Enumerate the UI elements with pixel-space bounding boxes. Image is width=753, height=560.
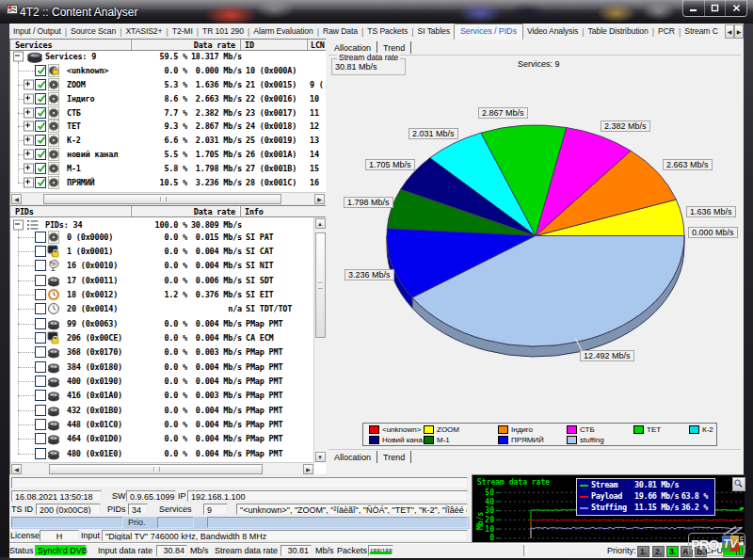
services-col-datarate[interactable]: Data rate — [194, 40, 235, 50]
scroll-down-arrow[interactable]: ▼ — [315, 452, 326, 462]
priority-button-3[interactable]: 3. — [666, 546, 679, 557]
allocation-bottom-tab-allocation[interactable]: Allocation — [328, 452, 376, 463]
services-root-row[interactable]: Services: 959.5 %18.317 Mb/s — [10, 50, 323, 64]
row-checkbox[interactable] — [35, 346, 46, 358]
main-tab-source-scan[interactable]: Source Scan — [67, 24, 120, 39]
row-checkbox[interactable] — [35, 361, 46, 373]
scroll-right-arrow[interactable]: ▶ — [303, 464, 313, 474]
row-checkbox[interactable] — [35, 448, 46, 459]
row-checkbox[interactable] — [35, 303, 46, 314]
magnifier-button[interactable] — [732, 477, 745, 491]
tree-expander[interactable] — [24, 107, 34, 118]
service-row-7[interactable]: М-15.8 %1.798 Mb/s27 (0x001B)15 — [10, 161, 323, 175]
row-checkbox[interactable] — [35, 120, 46, 132]
row-checkbox[interactable] — [35, 149, 46, 160]
main-tab-pcr[interactable]: PCR — [654, 24, 679, 39]
pid-row-8[interactable]: 368 (0x0170)0.0 %0.003 Mb/sPMap PMT — [10, 345, 314, 360]
scroll-right-arrow[interactable]: ▶ — [314, 194, 325, 204]
row-checkbox[interactable] — [35, 177, 46, 188]
minimize-button[interactable] — [683, 0, 705, 16]
pid-row-7[interactable]: 206 (0x00CE)0.0 %0.004 Mb/sCA ECM — [10, 330, 314, 344]
main-tab-t2-mi[interactable]: T2-MI — [168, 24, 197, 39]
scroll-left-arrow[interactable]: ◀ — [11, 464, 22, 474]
close-button[interactable] — [726, 0, 746, 16]
row-checkbox[interactable] — [35, 163, 46, 174]
services-hscrollbar[interactable]: ◀ ▶ — [10, 192, 326, 204]
tree-expander[interactable] — [24, 163, 34, 173]
pid-row-11[interactable]: 416 (0x01A0)0.0 %0.003 Mb/sPMap PMT — [10, 389, 314, 403]
service-row-2[interactable]: Індиго8.6 %2.663 Mb/s22 (0x0016)10 — [10, 91, 323, 105]
row-checkbox[interactable] — [35, 433, 46, 444]
tree-expander[interactable] — [24, 93, 34, 104]
allocation-pie-chart[interactable] — [326, 40, 744, 473]
pid-row-0[interactable]: 0 (0x0000)0.0 %0.015 Mb/sSI PAT — [10, 230, 314, 244]
pid-row-2[interactable]: 16 (0x0010)0.0 %0.004 Mb/sSI NIT — [10, 259, 314, 273]
main-tab-ts-packets[interactable]: TS Packets — [363, 24, 411, 39]
row-checkbox[interactable] — [35, 318, 46, 329]
tree-expander[interactable] — [24, 136, 34, 146]
main-tab-xtasis2-[interactable]: XTASIS2+ — [121, 24, 166, 39]
tree-expander[interactable] — [24, 121, 34, 132]
pids-hscrollbar[interactable]: ◀ ▶ — [10, 462, 314, 474]
pids-col-header[interactable]: PIDs — [15, 207, 34, 216]
service-row-1[interactable]: ZOOM5.3 %1.636 Mb/s21 (0x0015)9 ( — [10, 78, 323, 92]
pid-row-5[interactable]: 20 (0x0014)n/aSI TDT/TOT — [10, 302, 314, 316]
service-row-3[interactable]: СТБ7.7 %2.382 Mb/s23 (0x0017)11 — [10, 105, 323, 120]
maximize-button[interactable] — [705, 0, 727, 16]
pids-col-info[interactable]: Info — [245, 207, 264, 216]
pid-row-6[interactable]: 99 (0x0063)0.0 %0.004 Mb/sPMap PMT — [10, 316, 314, 330]
row-checkbox[interactable] — [35, 275, 46, 286]
pid-row-10[interactable]: 400 (0x0190)0.0 %0.004 Mb/sPMap PMT — [10, 374, 314, 388]
main-tab-table-distribution[interactable]: Table Distribution — [585, 24, 652, 39]
pid-row-9[interactable]: 384 (0x0180)0.0 %0.004 Mb/sPMap PMT — [10, 360, 314, 374]
pid-row-4[interactable]: 18 (0x0012)1.2 %0.376 Mb/sSI EIT — [10, 287, 314, 301]
scroll-thumb[interactable] — [315, 232, 326, 338]
scroll-thumb[interactable] — [49, 464, 263, 474]
scroll-left-arrow[interactable]: ◀ — [11, 194, 22, 204]
row-checkbox[interactable] — [35, 332, 46, 344]
scroll-up-arrow[interactable]: ▲ — [315, 218, 326, 229]
pids-vscrollbar[interactable]: ▲ ▼ — [313, 217, 326, 463]
main-tab-alarm-evaluation[interactable]: Alarm Evaluation — [249, 24, 316, 39]
pid-row-1[interactable]: 1 (0x0001)0.0 %0.004 Mb/sSI CAT — [10, 244, 314, 258]
row-checkbox[interactable] — [35, 107, 46, 119]
pid-row-14[interactable]: 464 (0x01D0)0.0 %0.004 Mb/sPMap PMT — [10, 432, 314, 446]
tree-expander[interactable] — [13, 52, 24, 62]
tree-expander[interactable] — [24, 149, 34, 159]
row-checkbox[interactable] — [35, 390, 46, 401]
pids-col-datarate[interactable]: Data rate — [194, 207, 235, 216]
pid-row-15[interactable]: 480 (0x01E0)0.0 %0.004 Mb/sPMap PMT — [10, 446, 314, 460]
row-checkbox[interactable] — [35, 260, 46, 271]
tree-expander[interactable] — [24, 79, 34, 89]
scroll-thumb[interactable] — [43, 194, 281, 204]
row-checkbox[interactable] — [35, 135, 46, 146]
service-row-5[interactable]: К-26.6 %2.031 Mb/s25 (0x0019)13 — [10, 134, 323, 148]
main-tab-si-tables[interactable]: SI Tables — [414, 24, 454, 39]
service-row-8[interactable]: ПРЯМИЙ10.5 %3.236 Mb/s28 (0x001C)16 — [10, 175, 323, 189]
row-checkbox[interactable] — [35, 376, 46, 387]
row-checkbox[interactable] — [35, 79, 46, 90]
tree-expander[interactable] — [13, 220, 24, 231]
main-tab-services-pids[interactable]: Services / PIDs — [454, 24, 523, 40]
services-col-header[interactable]: Services — [15, 40, 52, 50]
main-tab-video-analysis[interactable]: Video Analysis — [523, 24, 582, 39]
row-checkbox[interactable] — [35, 232, 46, 243]
priority-button-1[interactable]: 1. — [637, 546, 649, 557]
main-tab-raw-data[interactable]: Raw Data — [319, 24, 361, 39]
services-col-lcn[interactable]: LCN — [311, 40, 325, 50]
tab-scroll-left-button[interactable]: ◀ — [725, 24, 734, 39]
row-checkbox[interactable] — [35, 93, 46, 104]
tree-expander[interactable] — [24, 177, 34, 187]
pid-row-3[interactable]: 17 (0x0011)0.0 %0.006 Mb/sSI SDT — [10, 273, 314, 287]
tab-scroll-right-button[interactable]: ▶ — [734, 24, 744, 39]
service-row-4[interactable]: ТЕТ9.3 %2.867 Mb/s24 (0x0018)12 — [10, 120, 323, 134]
service-row-6[interactable]: новий канал5.5 %1.705 Mb/s26 (0x001A)14 — [10, 148, 323, 162]
row-checkbox[interactable] — [35, 65, 46, 76]
service-row-0[interactable]: <unknown>0.0 %0.000 Mb/s10 (0x000A) — [10, 64, 323, 78]
services-col-id[interactable]: ID — [245, 40, 254, 50]
pid-row-12[interactable]: 432 (0x01B0)0.0 %0.004 Mb/sPMap PMT — [10, 403, 314, 417]
priority-button-2[interactable]: 2. — [652, 546, 665, 557]
main-tab-tr-101-290[interactable]: TR 101 290 — [199, 24, 248, 39]
row-checkbox[interactable] — [35, 246, 46, 257]
row-checkbox[interactable] — [35, 289, 46, 300]
